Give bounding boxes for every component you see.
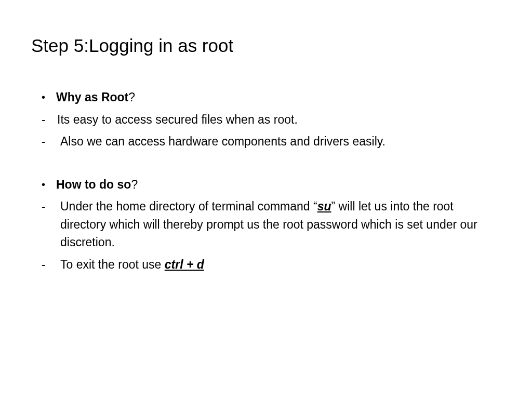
bullet-marker: • <box>42 88 56 107</box>
text-prefix: To exit the root use <box>60 258 165 271</box>
dash-marker: - <box>42 256 57 274</box>
dash-item: - To exit the root use ctrl + d <box>31 256 501 274</box>
point-text: Under the home directory of terminal com… <box>57 197 501 251</box>
text-prefix: Under the home directory of terminal com… <box>60 200 317 213</box>
heading-suffix: ? <box>128 90 135 104</box>
command-su: su <box>317 200 331 213</box>
dash-marker: - <box>42 197 57 251</box>
heading-text: How to do so? <box>56 176 501 194</box>
section-gap <box>31 155 501 176</box>
bullet-why-as-root: • Why as Root? <box>31 88 501 107</box>
heading-bold: Why as Root <box>56 90 128 104</box>
bullet-how-to-do-so: • How to do so? <box>31 176 501 194</box>
command-ctrl-d: ctrl + d <box>165 258 204 271</box>
dash-marker: - <box>42 111 57 129</box>
point-text: Its easy to access secured files when as… <box>57 111 501 129</box>
heading-text: Why as Root? <box>56 88 501 107</box>
slide-content: • Why as Root? - Its easy to access secu… <box>31 88 501 273</box>
bullet-marker: • <box>42 176 56 194</box>
dash-marker: - <box>42 132 57 151</box>
dash-item: - Under the home directory of terminal c… <box>31 197 501 251</box>
dash-item: - Also we can access hardware components… <box>31 132 501 151</box>
slide-title: Step 5:Logging in as root <box>31 35 501 56</box>
dash-item: - Its easy to access secured files when … <box>31 111 501 129</box>
point-text: Also we can access hardware components a… <box>57 132 501 151</box>
heading-suffix: ? <box>131 178 138 191</box>
point-text: To exit the root use ctrl + d <box>57 256 501 274</box>
heading-bold: How to do so <box>56 178 131 191</box>
